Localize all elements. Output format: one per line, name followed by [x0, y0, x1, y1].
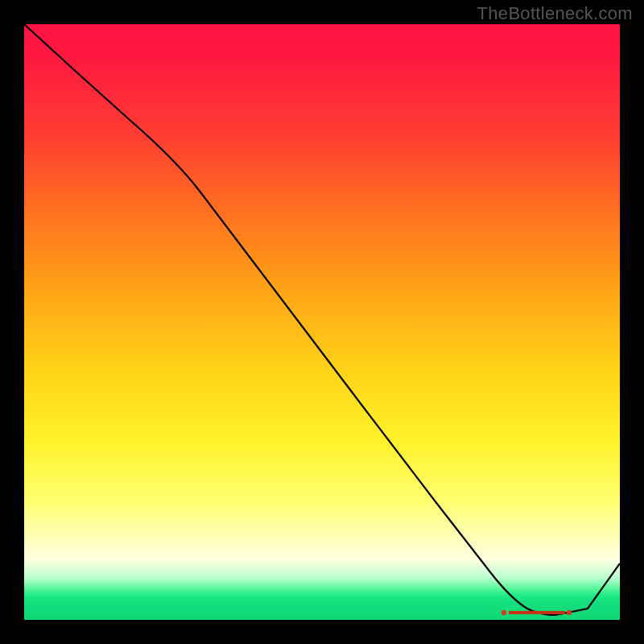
bottleneck-curve — [24, 24, 620, 615]
plot-overlay — [24, 24, 620, 620]
series-marker-cluster — [502, 610, 572, 615]
series-dot — [502, 610, 506, 615]
series-dot — [567, 610, 572, 615]
series-label-bar — [509, 611, 565, 614]
gradient-plot-area — [24, 24, 620, 620]
watermark-text: TheBottleneck.com — [477, 3, 633, 24]
chart-frame: TheBottleneck.com — [0, 0, 644, 644]
